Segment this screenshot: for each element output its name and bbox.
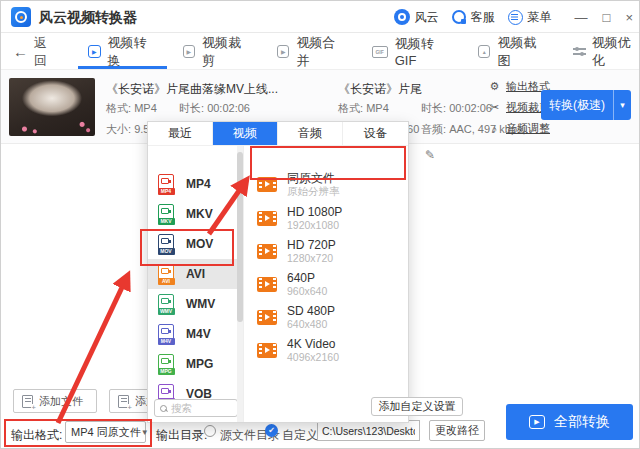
source-duration: 时长: 00:02:06 [179, 101, 250, 116]
resolution-item-720p[interactable]: HD 720P1280x720 [244, 236, 408, 267]
convert-fast-button[interactable]: 转换(极速) ▾ [541, 90, 631, 120]
resolution-item-640p[interactable]: 640P960x640 [244, 269, 408, 300]
source-file-title: 《长安诺》片尾曲落缘MV上线... [106, 81, 301, 98]
convert-all-button[interactable]: ▶ 全部转换 [506, 404, 633, 440]
mov-file-icon: MOV [158, 234, 174, 254]
dropdown-tab-recent[interactable]: 最近 [148, 122, 213, 145]
avi-file-icon: AVI [158, 264, 174, 284]
scissors-icon: ✂ [488, 101, 501, 114]
format-search [154, 399, 238, 417]
film-strip-icon [257, 277, 277, 292]
film-strip-icon [257, 211, 277, 226]
add-folder-icon [118, 395, 129, 408]
edit-name-icon[interactable]: ✎ [425, 148, 435, 162]
search-icon [160, 405, 167, 412]
chevron-down-icon: ▼ [141, 428, 149, 437]
output-dir-label: 输出目录: [156, 427, 207, 444]
dropdown-tab-audio[interactable]: 音频 [278, 122, 343, 145]
app-window: 风云视频转换器 风云 客服 菜单 — □ × ← 返回 [0, 0, 640, 449]
format-item-m4v[interactable]: M4V M4V [148, 319, 237, 349]
play-square-icon: ▶ [88, 45, 100, 58]
back-button[interactable]: ← 返回 [13, 34, 58, 70]
headset-icon [452, 10, 466, 24]
video-thumbnail [9, 78, 95, 136]
close-button[interactable]: × [625, 10, 633, 25]
target-icon [394, 9, 410, 25]
mkv-file-icon: MKV [158, 204, 174, 224]
change-path-button[interactable]: 更改路径 [429, 420, 485, 441]
output-format-label: 输出格式: [11, 427, 62, 444]
app-title: 风云视频转换器 [39, 9, 137, 27]
format-dropdown-panel: 最近 视频 音频 设备 MP4 MP4 MKV MKV MOV MOV AVI … [147, 121, 409, 423]
custom-path-input[interactable] [317, 420, 420, 441]
back-arrow-icon: ← [13, 43, 28, 60]
minimize-button[interactable]: — [575, 10, 588, 25]
custom-option-label[interactable]: 自定义: [282, 427, 321, 444]
add-custom-settings-button[interactable]: 添加自定义设置 [371, 397, 463, 416]
tab-video-convert[interactable]: ▶ 视频转换 [88, 34, 156, 69]
source-format: 格式: MP4 [106, 101, 157, 116]
wmv-file-icon: WMV [158, 294, 174, 314]
crop-icon: ▶ [183, 45, 195, 58]
format-item-mov[interactable]: MOV MOV [148, 229, 237, 259]
menu-button[interactable]: 菜单 [508, 9, 552, 26]
film-strip-icon [257, 343, 277, 358]
maximize-button[interactable]: □ [603, 10, 611, 25]
output-format-select[interactable]: MP4 同原文件 ▼ [65, 421, 146, 443]
format-item-mpg[interactable]: MPG MPG [148, 349, 237, 379]
title-bar: 风云视频转换器 风云 客服 菜单 — □ × [1, 1, 640, 33]
film-strip-icon [257, 244, 277, 259]
support-button[interactable]: 客服 [452, 9, 495, 26]
resolution-list: 同原文件原始分辨率 HD 1080P1920x1080 HD 720P1280x… [244, 146, 408, 422]
m4v-file-icon: M4V [158, 324, 174, 344]
format-item-avi[interactable]: AVI AVI [148, 259, 237, 289]
output-format: 格式: MP4 [338, 101, 389, 116]
format-list: MP4 MP4 MKV MKV MOV MOV AVI AVI WMV WMV … [148, 146, 237, 422]
add-file-icon [22, 395, 33, 408]
tab-video-screenshot[interactable]: ▴ 视频截图 [478, 34, 546, 69]
play-icon: ▶ [529, 415, 545, 429]
format-item-mkv[interactable]: MKV MKV [148, 199, 237, 229]
search-input[interactable] [171, 402, 232, 414]
add-file-button[interactable]: 添加文件 [13, 389, 97, 413]
format-item-mp4[interactable]: MP4 MP4 [148, 169, 237, 199]
tab-video-crop[interactable]: ▶ 视频裁剪 [183, 34, 251, 69]
mpg-file-icon: MPG [158, 354, 174, 374]
audio-adjust-link[interactable]: ♪ 音频调整 [488, 121, 550, 136]
dropdown-tab-video[interactable]: 视频 [213, 122, 278, 145]
resolution-item-1080p[interactable]: HD 1080P1920x1080 [244, 203, 408, 234]
film-strip-icon [257, 177, 277, 192]
merge-icon: ▶ [277, 45, 289, 58]
film-strip-icon [257, 310, 277, 325]
resolution-item-480p[interactable]: SD 480P640x480 [244, 302, 408, 333]
menu-icon [508, 10, 523, 25]
format-item-wmv[interactable]: WMV WMV [148, 289, 237, 319]
mp4-file-icon: MP4 [158, 174, 174, 194]
source-dir-radio[interactable] [204, 425, 216, 437]
music-note-icon: ♪ [488, 123, 501, 135]
gif-icon: GIF [372, 46, 388, 58]
resolution-item-original[interactable]: 同原文件原始分辨率 [244, 169, 408, 200]
chevron-down-icon[interactable]: ▾ [613, 90, 631, 120]
custom-dir-radio[interactable]: ✔ [265, 424, 278, 437]
tab-video-merge[interactable]: ▶ 视频合并 [277, 34, 345, 69]
output-duration: 时长: 00:02:06 [421, 101, 492, 116]
app-logo-icon [11, 7, 31, 27]
tab-video-to-gif[interactable]: GIF 视频转GIF [372, 34, 453, 69]
screenshot-icon: ▴ [478, 45, 490, 58]
sliders-icon [573, 45, 585, 58]
nav-bar: ← 返回 ▶ 视频转换 ▶ 视频裁剪 ▶ 视频合并 GIF 视频转GIF ▴ 视… [1, 34, 640, 70]
output-file-title: 《长安诺》片尾曲落... [338, 81, 422, 98]
resolution-item-4k[interactable]: 4K Video4096x2160 [244, 335, 408, 366]
gear-icon: ⚙ [488, 80, 501, 93]
dropdown-tab-device[interactable]: 设备 [343, 122, 408, 145]
brand-button[interactable]: 风云 [394, 9, 439, 26]
tab-video-optimize[interactable]: 视频优化 [573, 34, 640, 69]
